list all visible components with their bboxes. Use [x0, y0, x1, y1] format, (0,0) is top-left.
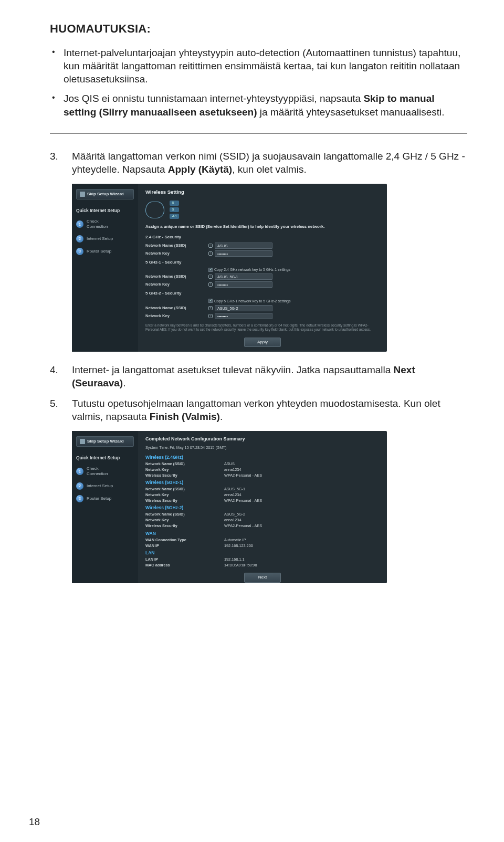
ssid-52-input[interactable]: ASUS_5G-2: [215, 305, 272, 311]
field-label: Network Key: [145, 313, 208, 319]
summary-title: Completed Network Configuration Summary: [145, 436, 380, 443]
sidebar-step-internet[interactable]: 2 Internet Setup: [76, 235, 134, 243]
router-brain-icon: [145, 202, 164, 218]
help-icon[interactable]: ?: [208, 314, 213, 318]
steps-list: 3. Määritä langattoman verkon nimi (SSID…: [50, 150, 467, 176]
summary-value: Automatic IP: [224, 538, 246, 542]
summary-value: WPA2-Personal - AES: [224, 523, 262, 528]
step-number: 3.: [50, 150, 66, 163]
summary-label: Network Key: [145, 492, 224, 497]
sidebar-step-router[interactable]: 3 Router Setup: [76, 495, 134, 502]
step-label: Connection: [87, 471, 108, 476]
step-label: Internet Setup: [87, 236, 113, 241]
summary-label: Network Key: [145, 518, 224, 522]
page-number: 18: [29, 815, 40, 829]
summary-label: Network Name (SSID): [145, 461, 224, 466]
summary-label: MAC address: [145, 563, 224, 567]
router-sidebar: Skip Setup Wizard Quick Internet Setup 1…: [72, 184, 138, 352]
step-text: .: [123, 377, 125, 388]
summary-cat-wan: WAN: [145, 531, 380, 536]
copy-51-checkbox[interactable]: ✓Copy 2.4 GHz network key to 5 GHz-1 set…: [208, 267, 290, 272]
summary-value: ASUS_5G-2: [224, 512, 245, 517]
step-label: Router Setup: [87, 496, 111, 501]
router-main-panel: Wireless Setting 5 5 2.4 Assign a unique…: [138, 184, 387, 352]
summary-cat-52: Wireless (5GHz-2): [145, 505, 380, 511]
summary-value: anna1234: [224, 518, 241, 522]
sidebar-step-internet[interactable]: 2 Internet Setup: [76, 482, 134, 490]
ssid-51-input[interactable]: ASUS_5G-1: [215, 273, 272, 280]
summary-label: Wireless Security: [145, 498, 224, 503]
checkbox-label: Copy 5 GHz-1 network key to 5 GHz-2 sett…: [214, 299, 291, 303]
summary-label: Wireless Security: [145, 523, 224, 528]
help-icon[interactable]: ?: [208, 244, 213, 248]
skip-wizard-button[interactable]: Skip Setup Wizard: [76, 189, 134, 199]
step-text: Tutustu opetusohjelmaan langattoman verk…: [72, 398, 440, 422]
sidebar-step-check[interactable]: 1 CheckConnection: [76, 219, 134, 230]
next-button[interactable]: Next: [244, 573, 281, 582]
field-label: Network Key: [145, 282, 208, 287]
step-label: Internet Setup: [87, 483, 113, 489]
summary-value: WPA2-Personal - AES: [224, 498, 262, 503]
band-chip: 2.4: [170, 214, 179, 219]
field-label: Network Key: [145, 251, 208, 256]
step-bold: Apply (Käytä): [168, 164, 232, 175]
checkbox-label: Copy 2.4 GHz network key to 5 GHz-1 sett…: [214, 267, 290, 272]
router-screenshot-wireless: Skip Setup Wizard Quick Internet Setup 1…: [72, 184, 467, 352]
step-number: 4.: [50, 363, 66, 376]
skip-wizard-button[interactable]: Skip Setup Wizard: [76, 436, 134, 447]
summary-value: anna1234: [224, 467, 241, 472]
step-text: Internet- ja langattomat asetukset tulev…: [72, 364, 394, 375]
note-text: ja määritä yhteysasetukset manuaalisesti…: [257, 107, 445, 118]
skip-label: Skip Setup Wizard: [87, 192, 124, 197]
section-divider: [50, 133, 467, 134]
summary-label: WAN IP: [145, 543, 224, 548]
band-chip: 5: [170, 201, 179, 206]
help-icon[interactable]: ?: [208, 306, 213, 310]
key-51-input[interactable]: ••••••••: [215, 281, 272, 288]
qis-heading: Quick Internet Setup: [76, 455, 134, 461]
step-label: Connection: [87, 224, 108, 229]
summary-value: ASUS_5G-1: [224, 487, 245, 491]
step-bold: Finish (Valmis): [150, 411, 220, 422]
field-label: Network Name (SSID): [145, 306, 208, 311]
copy-52-checkbox[interactable]: ✓Copy 5 GHz-1 network key to 5 GHz-2 set…: [208, 299, 291, 303]
summary-value: 14:DD:A9:0F:58:98: [224, 563, 257, 567]
note-text: Jos QIS ei onnistu tunnistamaan internet…: [64, 93, 363, 104]
note-text: Internet-palveluntarjoajan yhteystyypin …: [64, 47, 460, 85]
summary-cat-lan: LAN: [145, 550, 380, 556]
step-number: 5.: [50, 397, 66, 410]
summary-label: Network Key: [145, 467, 224, 472]
section-5ghz2: 5 GHz-2 - Security: [145, 291, 380, 296]
key-24-input[interactable]: ••••••••: [215, 250, 272, 257]
field-label: Network Name (SSID): [145, 243, 208, 248]
summary-cat-51: Wireless (5GHz-1): [145, 480, 380, 486]
note-item: Jos QIS ei onnistu tunnistamaan internet…: [64, 92, 467, 119]
router-main-panel: Completed Network Configuration Summary …: [138, 431, 387, 583]
system-time: System Time: Fri, May 15 07:28:54 2015 (…: [145, 445, 380, 450]
router-sidebar: Skip Setup Wizard Quick Internet Setup 1…: [72, 431, 138, 583]
step-label: Router Setup: [87, 249, 111, 254]
help-icon[interactable]: ?: [208, 282, 213, 287]
ssid-24-input[interactable]: ASUS: [215, 243, 272, 249]
step-badge-icon: 3: [76, 495, 83, 502]
step-badge-icon: 2: [76, 235, 83, 243]
summary-cat-24: Wireless (2.4GHz): [145, 455, 380, 460]
key-52-input[interactable]: ••••••••: [215, 313, 272, 319]
summary-value: ASUS: [224, 461, 235, 466]
sidebar-step-router[interactable]: 3 Router Setup: [76, 248, 134, 255]
band-chip: 5: [170, 207, 179, 213]
summary-label: Network Name (SSID): [145, 512, 224, 517]
qis-heading: Quick Internet Setup: [76, 208, 134, 214]
step-badge-icon: 1: [76, 468, 83, 475]
step-5: 5. Tutustu opetusohjelmaan langattoman v…: [50, 397, 467, 424]
apply-button[interactable]: Apply: [244, 338, 281, 347]
step-text: .: [220, 411, 223, 422]
summary-label: WAN Connection Type: [145, 538, 224, 542]
step-badge-icon: 2: [76, 482, 83, 490]
help-icon[interactable]: ?: [208, 251, 213, 256]
help-icon[interactable]: ?: [208, 275, 213, 279]
summary-label: Network Name (SSID): [145, 487, 224, 491]
field-label: Network Name (SSID): [145, 274, 208, 279]
sidebar-step-check[interactable]: 1 CheckConnection: [76, 466, 134, 477]
step-label: Check: [87, 466, 99, 471]
